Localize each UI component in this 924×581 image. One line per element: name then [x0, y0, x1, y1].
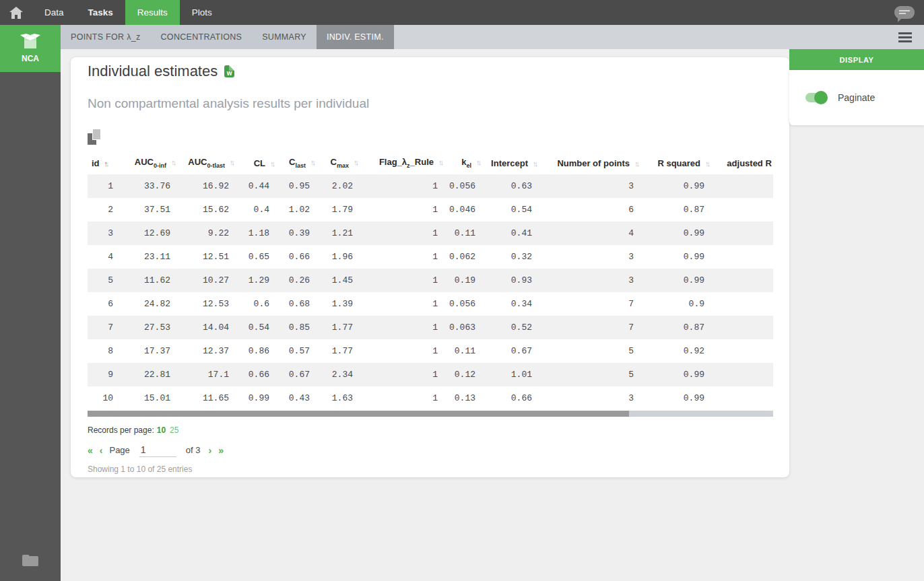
- sort-icon[interactable]: ↑↓: [310, 158, 314, 166]
- table-row: 727.5314.040.540.851.7710.0630.5270.87: [88, 316, 773, 339]
- nav-item-results[interactable]: Results: [125, 0, 180, 25]
- table-cell: 0.86: [237, 339, 277, 363]
- column-header-r-squared[interactable]: R squared↑↓: [642, 151, 713, 174]
- table-cell: 1: [361, 316, 446, 339]
- column-header-kel[interactable]: kel↑↓: [446, 151, 484, 174]
- top-nav-bar: Data Tasks Results Plots: [0, 0, 924, 25]
- table-cell: 4: [540, 221, 642, 245]
- horizontal-scrollbar[interactable]: [88, 411, 773, 417]
- sort-icon[interactable]: ↑↓: [270, 160, 273, 168]
- table-cell: 0.99: [642, 269, 713, 292]
- feedback-button[interactable]: [885, 0, 924, 25]
- column-header-auc0-inf[interactable]: AUC0-inf↑↓: [121, 151, 178, 174]
- table-cell: 0.52: [484, 316, 540, 339]
- table-cell: 1.45: [318, 269, 361, 292]
- paginate-toggle-label: Paginate: [838, 92, 875, 103]
- table-cell: 1: [361, 363, 446, 386]
- column-header-flag-z-rule[interactable]: Flag_λz_Rule↑↓: [361, 151, 446, 174]
- export-doc-button[interactable]: w: [224, 65, 234, 77]
- table-cell: 12.37: [178, 339, 237, 363]
- package-icon: [19, 34, 42, 51]
- column-header-intercept[interactable]: Intercept↑↓: [484, 151, 540, 174]
- table-cell: 0.92: [642, 339, 713, 363]
- column-header-id[interactable]: id↑↓: [88, 151, 121, 174]
- main-content: Individual estimates w Non compartmental…: [61, 49, 924, 581]
- toggle-knob: [814, 91, 828, 104]
- sort-icon[interactable]: ↑↓: [171, 158, 174, 166]
- nav-item-tasks[interactable]: Tasks: [76, 0, 125, 25]
- table-cell: 0.056: [446, 174, 484, 198]
- table-cell: 11.65: [178, 386, 237, 410]
- first-page-button[interactable]: «: [88, 445, 93, 456]
- last-page-button[interactable]: »: [218, 445, 224, 456]
- folder-icon: [22, 553, 39, 567]
- page-subtitle: Non compartmental analysis results per i…: [88, 96, 772, 111]
- table-cell: 1: [361, 198, 446, 221]
- sort-icon[interactable]: ↑↓: [533, 160, 536, 168]
- next-page-button[interactable]: ›: [209, 445, 212, 456]
- column-header-clast[interactable]: Clast↑↓: [277, 151, 318, 174]
- column-header-auc0-tlast[interactable]: AUC0-tlast↑↓: [178, 151, 237, 174]
- table-cell: 0.67: [277, 363, 318, 386]
- tab-concentrations[interactable]: CONCENTRATIONS: [151, 25, 253, 49]
- sort-icon[interactable]: ↑↓: [354, 158, 357, 166]
- table-cell: 4: [88, 245, 121, 269]
- table-cell: 0.66: [237, 363, 277, 386]
- table-cell: 8: [88, 339, 121, 363]
- prev-page-button[interactable]: ‹: [100, 445, 103, 456]
- nav-item-plots[interactable]: Plots: [180, 0, 224, 25]
- paginate-toggle[interactable]: [805, 93, 826, 102]
- home-icon: [9, 7, 23, 19]
- table-header-row: id↑↓AUC0-inf↑↓AUC0-tlast↑↓CL↑↓Clast↑↓Cma…: [88, 151, 773, 174]
- table-cell: 15.62: [178, 198, 237, 221]
- table-cell: [713, 221, 773, 245]
- table-cell: 5: [540, 363, 642, 386]
- table-row: 1015.0111.650.990.431.6310.130.6630.99: [88, 386, 773, 410]
- records-option-25[interactable]: 25: [170, 425, 178, 435]
- table-cell: 16.92: [178, 174, 237, 198]
- column-header-number-of-points[interactable]: Number of points↑↓: [540, 151, 642, 174]
- scrollbar-thumb[interactable]: [88, 411, 629, 417]
- tab-indiv-estim[interactable]: INDIV. ESTIM.: [317, 25, 394, 49]
- sort-icon[interactable]: ↑↓: [438, 158, 442, 166]
- project-name: NCA: [22, 54, 39, 63]
- home-button[interactable]: [0, 0, 32, 25]
- sort-icon[interactable]: ↑↓: [634, 160, 638, 168]
- table-cell: 3: [540, 386, 642, 410]
- table-cell: 1: [361, 221, 446, 245]
- table-cell: 0.87: [642, 198, 713, 221]
- table-cell: 1.18: [237, 221, 277, 245]
- tab-summary[interactable]: SUMMARY: [252, 25, 317, 49]
- sort-icon[interactable]: ↑↓: [476, 158, 480, 166]
- table-cell: [713, 174, 773, 198]
- table-row: 922.8117.10.660.672.3410.121.0150.99: [88, 363, 773, 386]
- menu-button[interactable]: [886, 25, 924, 49]
- sort-icon[interactable]: ↑↓: [705, 160, 708, 168]
- page-number-input[interactable]: [139, 443, 176, 457]
- sort-icon[interactable]: ↑↓: [104, 160, 108, 168]
- table-cell: 3: [88, 221, 121, 245]
- table-cell: 0.26: [277, 269, 318, 292]
- table-cell: 1.21: [318, 221, 361, 245]
- table-cell: 0.85: [277, 316, 318, 339]
- sort-icon[interactable]: ↑↓: [230, 158, 233, 166]
- column-header-cl[interactable]: CL↑↓: [237, 151, 277, 174]
- records-option-10[interactable]: 10: [157, 425, 166, 435]
- table-cell: 22.81: [121, 363, 178, 386]
- column-header-cmax[interactable]: Cmax↑↓: [318, 151, 361, 174]
- sidebar-item-nca[interactable]: NCA: [0, 25, 61, 72]
- project-folder-button[interactable]: [0, 545, 61, 576]
- table-cell: 0.65: [237, 245, 277, 269]
- table-cell: 1.39: [318, 292, 361, 316]
- table-cell: [713, 339, 773, 363]
- copy-table-button[interactable]: [88, 129, 102, 145]
- table-cell: 0.43: [277, 386, 318, 410]
- tab-points-for-lambda-z[interactable]: POINTS FOR λ_z: [61, 25, 151, 49]
- table-cell: 0.68: [277, 292, 318, 316]
- nav-item-data[interactable]: Data: [32, 0, 76, 25]
- table-cell: 3: [540, 174, 642, 198]
- column-header-adjusted-r-squared[interactable]: adjusted R squared↑↓: [713, 151, 773, 174]
- table-cell: [713, 363, 773, 386]
- table-cell: 1.29: [237, 269, 277, 292]
- hamburger-icon: [898, 32, 912, 34]
